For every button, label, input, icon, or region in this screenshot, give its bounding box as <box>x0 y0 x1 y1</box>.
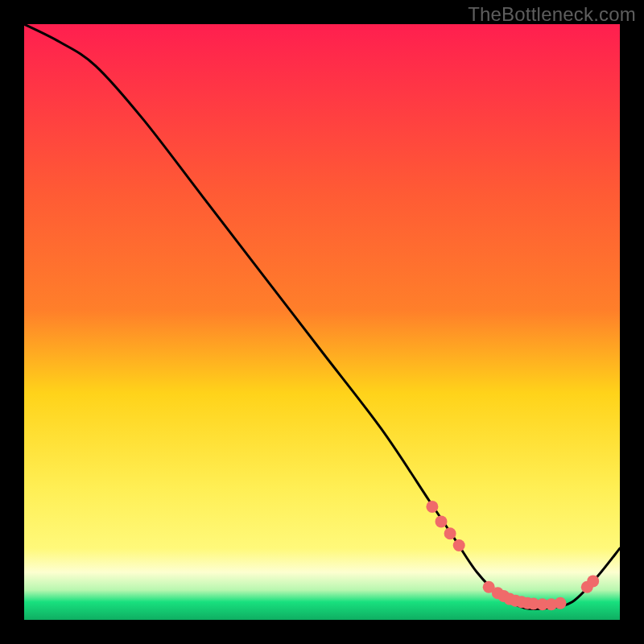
chart-frame: TheBottleneck.com <box>0 0 644 644</box>
marker-dot <box>555 597 567 609</box>
watermark-text: TheBottleneck.com <box>468 3 636 26</box>
plot-svg <box>24 24 620 620</box>
marker-dot <box>436 515 448 527</box>
marker-dot <box>426 501 438 513</box>
plot-area <box>24 24 620 620</box>
marker-dot <box>453 539 465 551</box>
marker-dot <box>444 527 456 539</box>
marker-dot <box>587 575 599 587</box>
gradient-bg <box>24 24 620 620</box>
